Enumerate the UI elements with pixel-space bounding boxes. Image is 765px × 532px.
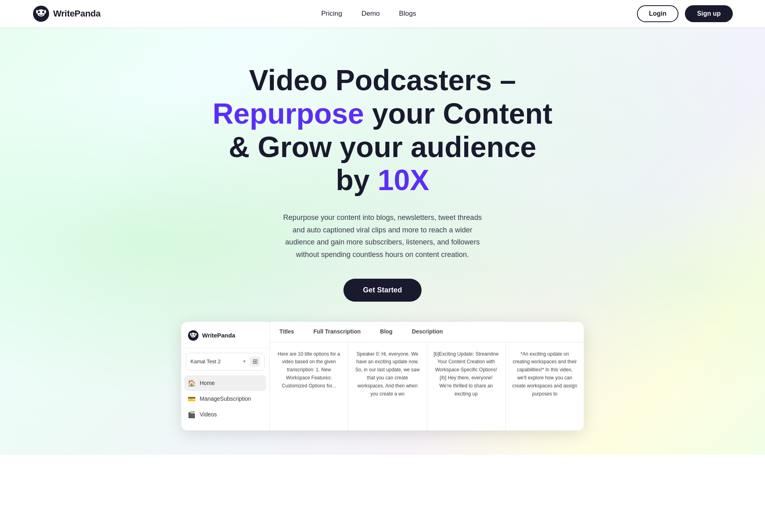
nav-link-blogs[interactable]: Blogs <box>399 10 416 18</box>
signup-button[interactable]: Sign up <box>685 5 733 22</box>
column-titles-text: Here are 10 title options for a video ba… <box>276 350 341 390</box>
nav-link-demo[interactable]: Demo <box>362 10 380 18</box>
hero-title-line1: Video Podcasters – <box>249 64 516 96</box>
tab-blog[interactable]: Blog <box>370 322 402 342</box>
content-area: Here are 10 title options for a video ba… <box>270 342 584 431</box>
svg-point-5 <box>44 10 46 14</box>
hero-title-line3: & Grow your audience <box>229 131 536 163</box>
get-started-button[interactable]: Get Started <box>343 279 421 302</box>
sidebar: WritePanda Kamal Test 2 ▼ ⊞ 🏠 Home 💳 Man… <box>181 322 270 431</box>
svg-point-8 <box>192 334 193 335</box>
navbar: WriteWritePandaPanda Pricing Demo Blogs … <box>0 0 765 27</box>
svg-point-10 <box>190 333 192 335</box>
chevron-down-icon: ▼ <box>242 359 246 364</box>
tab-description[interactable]: Description <box>402 322 453 342</box>
hero-subtitle: Repurpose your content into blogs, newsl… <box>278 211 487 261</box>
column-transcription-text: Speaker 0: Hi, everyone. We have an exci… <box>355 350 420 398</box>
svg-point-4 <box>36 10 38 14</box>
tab-titles[interactable]: Titles <box>270 322 304 342</box>
tab-full-transcription[interactable]: Full Transcription <box>304 322 370 342</box>
sidebar-item-manage-subscription-label: ManageSubscription <box>200 395 251 402</box>
hero-title-10x: 10X <box>378 164 429 196</box>
column-blog: [b]Exciting Update: Streamline Your Cont… <box>427 342 506 431</box>
sidebar-item-manage-subscription[interactable]: 💳 ManageSubscription <box>181 391 269 407</box>
column-description-text: *An exciting update on creating workspac… <box>512 350 577 398</box>
main-content: Titles Full Transcription Blog Descripti… <box>270 322 584 431</box>
sidebar-logo: WritePanda <box>181 330 269 348</box>
hero-title: Video Podcasters – Repurpose your Conten… <box>201 64 564 197</box>
videos-icon: 🎬 <box>188 411 196 418</box>
home-icon: 🏠 <box>188 379 196 387</box>
nav-link-pricing[interactable]: Pricing <box>321 10 342 18</box>
hero-title-line2-rest: your Content <box>364 97 552 130</box>
svg-point-9 <box>194 334 195 335</box>
logo-icon <box>32 5 50 23</box>
column-transcription: Speaker 0: Hi, everyone. We have an exci… <box>348 342 427 431</box>
sidebar-item-videos[interactable]: 🎬 Videos <box>181 407 269 422</box>
login-button[interactable]: Login <box>637 5 679 22</box>
workspace-add-button[interactable]: ⊞ <box>250 356 260 367</box>
nav-links: Pricing Demo Blogs <box>321 10 416 18</box>
dashboard-preview: WritePanda Kamal Test 2 ▼ ⊞ 🏠 Home 💳 Man… <box>181 322 584 431</box>
column-blog-text: [b]Exciting Update: Streamline Your Cont… <box>434 350 499 398</box>
column-description: *An exciting update on creating workspac… <box>506 342 584 431</box>
subscription-icon: 💳 <box>188 395 196 403</box>
nav-actions: Login Sign up <box>637 5 733 22</box>
content-tabs: Titles Full Transcription Blog Descripti… <box>270 322 584 342</box>
logo[interactable]: WriteWritePandaPanda <box>32 5 101 23</box>
hero-title-highlight: Repurpose <box>213 97 364 130</box>
sidebar-logo-icon <box>188 330 199 341</box>
svg-point-11 <box>195 333 197 335</box>
hero-title-line4-prefix: by <box>336 164 378 196</box>
column-titles: Here are 10 title options for a video ba… <box>270 342 348 431</box>
hero-section: Video Podcasters – Repurpose your Conten… <box>0 27 765 455</box>
sidebar-logo-text: WritePanda <box>202 332 235 339</box>
workspace-name: Kamal Test 2 <box>190 358 221 364</box>
sidebar-item-home-label: Home <box>200 380 215 386</box>
sidebar-item-home[interactable]: 🏠 Home <box>184 375 266 391</box>
sidebar-item-videos-label: Videos <box>200 411 217 418</box>
logo-text: WriteWritePandaPanda <box>53 8 101 19</box>
workspace-selector[interactable]: Kamal Test 2 ▼ ⊞ <box>186 353 265 371</box>
